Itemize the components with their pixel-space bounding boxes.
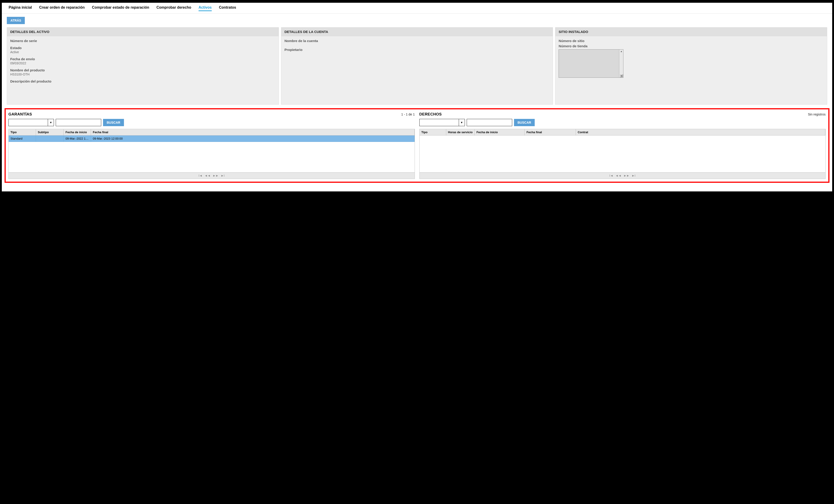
chevron-down-icon[interactable]: ▼ <box>459 119 465 126</box>
col-fecha-inicio[interactable]: Fecha de inicio <box>64 129 91 135</box>
account-panel-body: Nombre de la cuenta Propietario <box>281 36 553 58</box>
entitlements-count: Sin registros <box>808 113 826 116</box>
resize-handle-icon[interactable] <box>620 74 623 77</box>
entitlements-search-button[interactable]: BUSCAR <box>514 119 535 126</box>
status-value: Active <box>10 50 276 54</box>
site-panel: SITIO INSTALADO Número de sitio Número d… <box>555 27 827 105</box>
pager-first-icon[interactable]: І◄ <box>199 174 202 177</box>
scroll-down-icon[interactable]: ▼ <box>620 74 622 77</box>
content-area: ATRÁS DETALLES DEL ACTIVO Número de seri… <box>2 14 832 186</box>
site-panel-body: Número de sitio Número de tienda ▲ ▼ <box>555 36 827 81</box>
col-fecha-final[interactable]: Fecha final <box>525 129 576 135</box>
pager-prev-icon[interactable]: ◄◄ <box>205 174 211 177</box>
serial-label: Número de serie <box>10 39 276 43</box>
warranties-search-row: ▼ BUSCAR <box>8 119 415 126</box>
entitlements-columns: Tipo Horas de servicio Fecha de inicio F… <box>420 129 826 136</box>
pager-next-icon[interactable]: ►► <box>213 174 219 177</box>
entitlements-table: Tipo Horas de servicio Fecha de inicio F… <box>419 129 826 179</box>
desc-label: Descripción del producto <box>10 79 276 83</box>
back-button[interactable]: ATRÁS <box>7 17 25 24</box>
tab-crear-orden[interactable]: Crear orden de reparación <box>39 5 85 11</box>
warranties-columns: Tipo Subtipo Fecha de inicio Fecha final <box>9 129 415 136</box>
warranties-pager: І◄ ◄◄ ►► ►І <box>9 172 415 179</box>
nav-tabs: Página inicial Crear orden de reparación… <box>2 3 832 14</box>
warranties-filter-select[interactable]: ▼ <box>8 119 54 126</box>
status-label: Estado <box>10 46 276 50</box>
shipdate-value: 09/03/2022 <box>10 61 276 65</box>
cell-fecha-inicio: 09-Mar.-2022 12:... <box>64 136 91 142</box>
cell-subtipo <box>36 136 64 142</box>
highlighted-region: GARANTÍAS 1 - 1 de 1 ▼ BUSCAR Tipo Subti… <box>4 108 830 183</box>
entitlements-filter-input[interactable] <box>467 119 512 126</box>
col-contrato[interactable]: Contrat <box>576 129 825 135</box>
warranties-search-button[interactable]: BUSCAR <box>103 119 124 126</box>
warranties-title: GARANTÍAS <box>8 112 32 117</box>
storenum-label: Número de tienda <box>558 44 824 48</box>
shipdate-label: Fecha de envío <box>10 57 276 61</box>
warranties-section: GARANTÍAS 1 - 1 de 1 ▼ BUSCAR Tipo Subti… <box>8 112 415 179</box>
store-listbox-scrollbar[interactable]: ▲ ▼ <box>619 50 623 77</box>
col-tipo[interactable]: Tipo <box>9 129 36 135</box>
chevron-down-icon[interactable]: ▼ <box>48 119 54 126</box>
warranties-count: 1 - 1 de 1 <box>401 113 415 116</box>
store-listbox[interactable]: ▲ ▼ <box>558 49 623 78</box>
pager-prev-icon[interactable]: ◄◄ <box>615 174 621 177</box>
product-label: Nombre del producto <box>10 68 276 72</box>
table-row[interactable]: Standard 09-Mar.-2022 12:... 09-Mar.-202… <box>9 136 415 142</box>
col-fecha-inicio[interactable]: Fecha de inicio <box>475 129 525 135</box>
entitlements-title: DERECHOS <box>419 112 442 117</box>
account-panel-title: DETALLES DE LA CUENTA <box>281 27 553 36</box>
entitlements-section: DERECHOS Sin registros ▼ BUSCAR Tipo Hor… <box>419 112 826 179</box>
entitlements-search-row: ▼ BUSCAR <box>419 119 826 126</box>
col-subtipo[interactable]: Subtipo <box>36 129 64 135</box>
warranties-body: Standard 09-Mar.-2022 12:... 09-Mar.-202… <box>9 136 415 172</box>
detail-panels: DETALLES DEL ACTIVO Número de serie Esta… <box>7 27 827 105</box>
pager-last-icon[interactable]: ►І <box>632 174 635 177</box>
entitlements-filter-select[interactable]: ▼ <box>419 119 465 126</box>
account-panel: DETALLES DE LA CUENTA Nombre de la cuent… <box>281 27 553 105</box>
scroll-up-icon[interactable]: ▲ <box>620 50 622 53</box>
asset-panel-title: DETALLES DEL ACTIVO <box>7 27 279 36</box>
tab-contratos[interactable]: Contratos <box>219 5 236 11</box>
pager-next-icon[interactable]: ►► <box>623 174 630 177</box>
pager-first-icon[interactable]: І◄ <box>610 174 613 177</box>
site-panel-title: SITIO INSTALADO <box>555 27 827 36</box>
tab-pagina-inicial[interactable]: Página inicial <box>9 5 32 11</box>
account-name-label: Nombre de la cuenta <box>285 39 550 43</box>
tab-comprobar-estado[interactable]: Comprobar estado de reparación <box>92 5 149 11</box>
warranties-filter-input[interactable] <box>56 119 101 126</box>
product-value: HS3100-OTH <box>10 72 276 76</box>
col-fecha-final[interactable]: Fecha final <box>91 129 415 135</box>
cell-tipo: Standard <box>9 136 36 142</box>
account-owner-label: Propietario <box>285 48 550 52</box>
entitlements-pager: І◄ ◄◄ ►► ►І <box>420 172 826 179</box>
col-horas-servicio[interactable]: Horas de servicio <box>446 129 475 135</box>
tab-comprobar-derecho[interactable]: Comprobar derecho <box>156 5 191 11</box>
cell-fecha-final: 09-Mar.-2023 12:00:00 <box>91 136 415 142</box>
col-tipo[interactable]: Tipo <box>420 129 446 135</box>
warranties-table: Tipo Subtipo Fecha de inicio Fecha final… <box>8 129 415 179</box>
pager-last-icon[interactable]: ►І <box>221 174 224 177</box>
asset-panel-body: Número de serie Estado Active Fecha de e… <box>7 36 279 89</box>
asset-panel: DETALLES DEL ACTIVO Número de serie Esta… <box>7 27 279 105</box>
entitlements-body <box>420 136 826 172</box>
app-frame: Página inicial Crear orden de reparación… <box>2 3 832 191</box>
sitenum-label: Número de sitio <box>558 39 824 43</box>
tab-activos[interactable]: Activos <box>199 5 212 11</box>
